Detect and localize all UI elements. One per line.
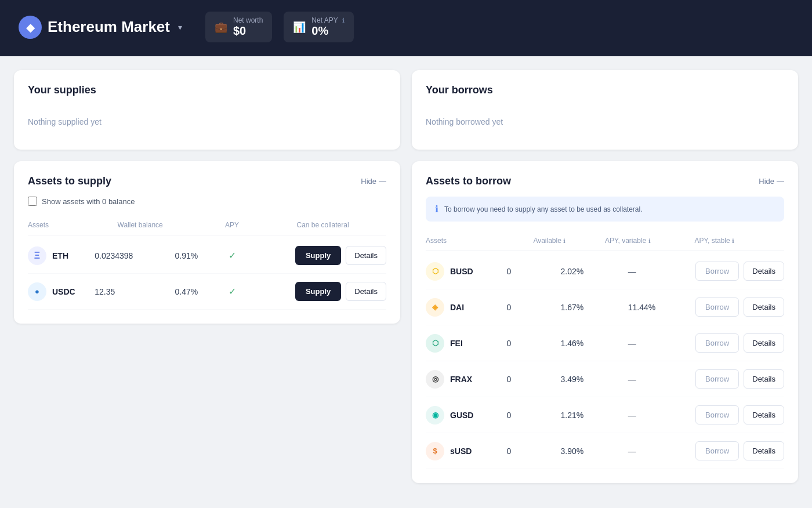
chevron-down-icon[interactable]: ▾: [178, 23, 182, 32]
wallet-icon: 💼: [215, 21, 227, 34]
eth-wallet-balance: 0.0234398: [95, 251, 175, 260]
eth-asset-info: Ξ ETH: [28, 246, 95, 265]
borrow-section-title: Assets to borrow: [426, 175, 511, 187]
susd-borrow-button[interactable]: Borrow: [695, 441, 739, 460]
eth-supply-button[interactable]: Supply: [295, 246, 341, 265]
supply-hide-button[interactable]: Hide —: [361, 177, 386, 186]
zero-balance-checkbox[interactable]: [28, 197, 37, 206]
dai-details-button[interactable]: Details: [744, 297, 784, 317]
fei-apy-stable: —: [628, 339, 695, 348]
dai-icon: ◈: [426, 298, 444, 317]
borrows-empty-text: Nothing borrowed yet: [426, 108, 784, 136]
net-worth-card: 💼 Net worth $0: [205, 12, 272, 42]
frax-asset-info: ◎ FRAX: [426, 370, 507, 389]
frax-borrow-button[interactable]: Borrow: [695, 369, 739, 389]
usdc-details-button[interactable]: Details: [346, 282, 386, 301]
available-info-icon: ℹ: [563, 238, 566, 244]
assets-to-supply-card: Assets to supply Hide — Show assets with…: [14, 161, 400, 324]
variable-info-icon: ℹ: [648, 238, 651, 244]
zero-balance-filter[interactable]: Show assets with 0 balance: [28, 197, 386, 206]
assets-to-borrow-card: Assets to borrow Hide — ℹ To borrow you …: [412, 161, 798, 483]
dai-borrow-button[interactable]: Borrow: [695, 297, 739, 317]
fei-borrow-button[interactable]: Borrow: [695, 333, 739, 353]
busd-name: BUSD: [450, 267, 473, 276]
borrows-title: Your borrows: [426, 84, 784, 96]
table-row: Ξ ETH 0.0234398 0.91% ✓ Supply Details: [28, 238, 386, 274]
usdc-supply-button[interactable]: Supply: [295, 282, 341, 301]
gusd-name: GUSD: [450, 411, 473, 420]
net-apy-card: 📊 Net APY ℹ 0%: [284, 12, 353, 42]
eth-name: ETH: [52, 251, 68, 260]
frax-icon: ◎: [426, 370, 444, 389]
bcol-apy-variable: APY, variable ℹ: [605, 237, 695, 245]
eth-apy: 0.91%: [175, 251, 228, 260]
your-supplies-card: Your supplies Nothing supplied yet: [14, 70, 400, 150]
market-title-group: ◆ Ethereum Market ▾: [19, 16, 182, 39]
supply-section-title: Assets to supply: [28, 175, 111, 187]
dash-icon: —: [379, 177, 386, 186]
usdc-collateral-check: ✓: [229, 286, 295, 297]
header-stats: 💼 Net worth $0 📊 Net APY ℹ 0%: [205, 12, 354, 42]
dash-icon: —: [777, 177, 784, 186]
col-collateral: Can be collateral: [297, 221, 387, 229]
susd-apy-stable: —: [628, 447, 695, 456]
frax-details-button[interactable]: Details: [744, 369, 784, 389]
info-circle-icon: ℹ: [435, 204, 438, 215]
your-borrows-card: Your borrows Nothing borrowed yet: [412, 70, 798, 150]
busd-details-button[interactable]: Details: [744, 262, 784, 281]
usdc-wallet-balance: 12.35: [95, 287, 175, 296]
gusd-asset-info: ◉ GUSD: [426, 406, 507, 424]
supplies-empty-text: Nothing supplied yet: [28, 108, 386, 136]
dai-available: 0: [507, 303, 561, 312]
table-row: ◈ DAI 0 1.67% 11.44% Borrow Details: [426, 289, 784, 325]
page-header: ◆ Ethereum Market ▾ 💼 Net worth $0 📊 Net…: [0, 0, 812, 56]
busd-apy-stable: —: [628, 267, 695, 276]
table-row: $ sUSD 0 3.90% — Borrow Details: [426, 433, 784, 469]
eth-logo-icon: ◆: [19, 16, 42, 39]
busd-asset-info: ⬡ BUSD: [426, 262, 507, 281]
collateral-info-text: To borrow you need to supply any asset t…: [444, 205, 643, 213]
bcol-available: Available ℹ: [533, 237, 605, 245]
busd-icon: ⬡: [426, 262, 444, 281]
net-apy-value: 0%: [311, 24, 344, 38]
frax-apy-stable: —: [628, 375, 695, 384]
net-apy-label: Net APY ℹ: [311, 16, 344, 24]
net-apy-info: Net APY ℹ 0%: [311, 16, 344, 38]
dai-name: DAI: [450, 303, 464, 312]
right-column: Your borrows Nothing borrowed yet Assets…: [412, 70, 798, 483]
busd-available: 0: [507, 267, 561, 276]
stable-info-icon: ℹ: [732, 238, 734, 244]
busd-apy-variable: 2.02%: [561, 267, 628, 276]
frax-name: FRAX: [450, 375, 472, 384]
fei-available: 0: [507, 339, 561, 348]
usdc-asset-info: ● USDC: [28, 282, 95, 301]
susd-name: sUSD: [450, 447, 472, 456]
busd-action-buttons: Borrow Details: [695, 262, 784, 281]
gusd-details-button[interactable]: Details: [744, 405, 784, 424]
fei-details-button[interactable]: Details: [744, 333, 784, 353]
bcol-apy-stable: APY, stable ℹ: [695, 237, 785, 245]
net-worth-value: $0: [233, 24, 263, 38]
supply-table-header: Assets Wallet balance APY Can be collate…: [28, 217, 386, 235]
gusd-apy-stable: —: [628, 411, 695, 420]
eth-icon: Ξ: [28, 246, 46, 265]
busd-borrow-button[interactable]: Borrow: [695, 262, 739, 281]
bcol-assets: Assets: [426, 237, 533, 245]
susd-icon: $: [426, 442, 444, 460]
col-apy: APY: [225, 221, 297, 229]
table-row: ◎ FRAX 0 3.49% — Borrow Details: [426, 361, 784, 397]
table-row: ⬡ BUSD 0 2.02% — Borrow Details: [426, 253, 784, 289]
dai-asset-info: ◈ DAI: [426, 298, 507, 317]
frax-action-buttons: Borrow Details: [695, 369, 784, 389]
supplies-title: Your supplies: [28, 84, 386, 96]
gusd-borrow-button[interactable]: Borrow: [695, 405, 739, 424]
borrow-hide-button[interactable]: Hide —: [759, 177, 784, 186]
table-row: ◉ GUSD 0 1.21% — Borrow Details: [426, 397, 784, 433]
susd-apy-variable: 3.90%: [561, 447, 628, 456]
dai-apy-stable: 11.44%: [628, 303, 695, 312]
susd-details-button[interactable]: Details: [744, 441, 784, 460]
borrow-table-header: Assets Available ℹ APY, variable ℹ APY, …: [426, 233, 784, 251]
eth-details-button[interactable]: Details: [346, 246, 386, 265]
gusd-icon: ◉: [426, 406, 444, 424]
fei-apy-variable: 1.46%: [561, 339, 628, 348]
